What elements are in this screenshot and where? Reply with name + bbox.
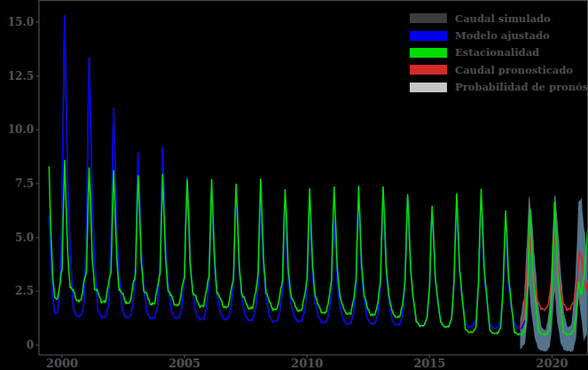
y-tick-label: 10.0 — [8, 123, 34, 136]
y-tick-label: 15.0 — [8, 16, 34, 28]
legend-item-2: Estacionalidad — [410, 44, 588, 61]
y-tick-label: 7.5 — [15, 177, 34, 190]
legend-item-0: Caudal simulado — [410, 10, 588, 27]
x-tick-label: 2015 — [413, 357, 445, 370]
x-tick-label: 2000 — [46, 357, 78, 370]
figure: 02.55.07.510.012.515.0200020052010201520… — [0, 0, 588, 370]
legend-label-1: Modelo ajustado — [455, 30, 550, 41]
line-estacionalidad — [49, 161, 587, 335]
legend-swatch-2 — [410, 48, 447, 58]
y-tick-label: 2.5 — [15, 285, 34, 297]
legend-label-0: Caudal simulado — [455, 13, 551, 24]
y-tick-label: 0 — [27, 339, 34, 351]
legend-item-4: Probabilidad de pronóstico — [410, 79, 588, 96]
y-tick-label: 5.0 — [15, 232, 34, 244]
legend-label-4: Probabilidad de pronóstico — [455, 82, 588, 92]
legend-label-2: Estacionalidad — [455, 47, 539, 58]
legend: Caudal simuladoModelo ajustadoEstacional… — [410, 10, 588, 96]
legend-swatch-3 — [410, 65, 447, 75]
legend-swatch-1 — [410, 31, 447, 41]
x-tick-label: 2020 — [536, 357, 568, 370]
legend-item-1: Modelo ajustado — [410, 27, 588, 43]
legend-label-3: Caudal pronosticado — [455, 65, 573, 75]
x-tick-label: 2010 — [291, 357, 323, 370]
legend-swatch-4 — [410, 83, 447, 92]
x-tick-label: 2005 — [169, 357, 200, 370]
legend-swatch-0 — [410, 13, 447, 23]
legend-item-3: Caudal pronosticado — [410, 61, 588, 78]
y-tick-label: 12.5 — [8, 70, 34, 83]
